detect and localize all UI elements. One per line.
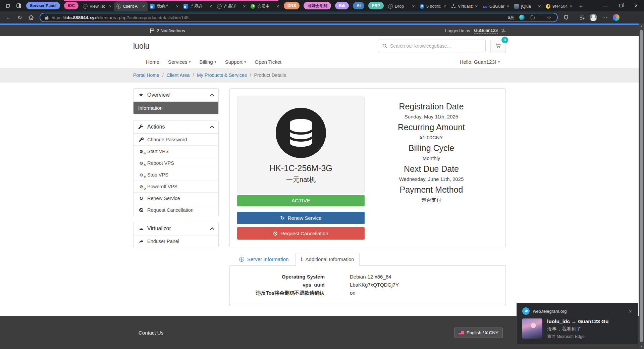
extensions-puzzle-icon[interactable] [561,13,571,22]
web-notification-toast[interactable]: web.telegram.org ✕ luolu_idc → Guan123 G… [517,303,638,345]
nav-open-ticket[interactable]: Open Ticket [255,59,281,65]
tab-close-icon[interactable]: ✕ [276,4,279,9]
tab-server-information[interactable]: Server Information [234,253,293,266]
refresh-icon[interactable]: ↻ [15,13,25,22]
tab-close-icon[interactable]: ✕ [506,4,509,9]
address-bar[interactable]: https://idc.888644.xyz/clientarea.php?ac… [40,13,558,22]
tab-actions-icon[interactable] [4,2,12,9]
breadcrumb-client-area[interactable]: Client Area [167,72,190,78]
scroll-up-arrow[interactable]: ▲ [639,23,644,29]
browser-tab[interactable]: Drop ✕ [386,1,417,11]
browser-tab[interactable]: 9f44504 ✕ [543,1,575,11]
notifications-link[interactable]: 2 Notifications [150,28,185,33]
copilot-icon[interactable] [611,13,621,22]
browser-tab[interactable]: 产品详 ✕ [215,1,248,11]
tab-additional-information[interactable]: i Additional Information [296,253,359,266]
request-cancellation-button[interactable]: Request Cancellation [237,227,365,240]
close-icon[interactable]: ✕ [629,309,632,314]
sidebar-item-request-cancellation[interactable]: Request Cancellation [133,204,218,216]
browser-tab[interactable]: Virtualiz ✕ [449,1,480,11]
logged-in-label: Logged in as: [445,28,471,33]
more-menu-icon[interactable]: ⋯ [600,13,610,22]
scrollbar-thumb[interactable] [640,30,643,342]
close-button[interactable]: ✕ [629,0,644,11]
browser-tab[interactable]: 会员中 ✕ [248,1,282,11]
tab-close-icon[interactable]: ✕ [538,4,541,9]
tab-close-icon[interactable]: ✕ [443,4,446,9]
tab-close-icon[interactable]: ✕ [570,4,573,9]
site-header: luolu 0 [0,36,639,56]
home-icon[interactable] [26,13,36,22]
browser-tab-active[interactable]: Client A ✕ [114,1,148,11]
gears-icon: ⚙ [138,149,144,154]
restore-button[interactable] [613,0,629,11]
tab-close-icon[interactable]: ✕ [475,4,478,9]
tab-group-pill-frp[interactable]: FRP [368,2,384,9]
sidebar-item-change-password[interactable]: Change Password [133,134,218,145]
sidebar-item-enduser-panel[interactable]: Enduser Panel [133,235,218,247]
tab-close-icon[interactable]: ✕ [243,4,246,9]
contact-us-link[interactable]: Contact Us [139,330,163,336]
tab-close-icon[interactable]: ✕ [176,4,179,9]
new-tab-button[interactable]: + [576,2,586,11]
scroll-down-arrow[interactable]: ▼ [639,344,644,349]
tab-close-icon[interactable]: ✕ [209,4,212,9]
toast-title: luolu_idc → Guan123 Gu [547,318,608,325]
renew-service-button[interactable]: ↻ Renew Service [237,212,365,224]
forward-arrow-icon [138,239,144,244]
favorite-star-icon[interactable]: ☆ [545,14,553,21]
breadcrumb-products[interactable]: My Products & Services [197,72,247,78]
sidebar-item-reboot-vps[interactable]: ⚙ Reboot VPS [133,157,218,169]
profile-avatar[interactable] [588,13,598,22]
browser-tab[interactable]: 5 5 notific ✕ [417,1,449,11]
brand-logo[interactable]: luolu [133,42,150,51]
workspaces-icon[interactable] [15,2,22,9]
sidebar-item-poweroff-vps[interactable]: ⚙ Poweroff VPS [133,181,218,192]
account-menu[interactable]: Hello, Guan123!▾ [460,59,506,65]
browser-tab[interactable]: 产品详 ✕ [181,1,215,11]
tab-group-pill-idc[interactable]: IDC [64,2,78,9]
language-currency-button[interactable]: English / ¥ CNY [454,328,503,338]
reading-mode-icon[interactable] [529,15,537,20]
browser-tab[interactable]: [Qiua ✕ [512,1,543,11]
minimize-button[interactable]: — [598,0,613,11]
nav-support[interactable]: Support▾ [225,59,246,65]
switch-account-icon[interactable] [500,29,506,33]
tab-group-pill-server-panel[interactable]: Servser Panel [26,2,60,9]
cart-button[interactable]: 0 [490,39,506,53]
sidebar-item-start-vps[interactable]: ⚙ Start VPS [133,145,218,157]
sidebar-item-stop-vps[interactable]: ⚙ Stop VPS [133,169,218,181]
divider [541,14,541,20]
logged-in-username[interactable]: GuGuan123 [474,28,498,34]
edge-rewards-icon[interactable] [518,15,526,20]
sidebar-item-information[interactable]: Information [133,102,218,114]
product-box: HK-1C-256M-3G 一元nat机 [237,96,365,194]
nav-services[interactable]: Services▾ [168,59,191,65]
favorites-hub-icon[interactable] [577,13,587,22]
knowledgebase-search[interactable] [378,40,486,52]
lock-icon[interactable] [44,15,49,20]
virtualizor-panel-header[interactable]: ☁ Virtualizor [133,222,218,235]
back-icon[interactable]: ← [3,13,13,22]
tab-group-pill-maybe-useful[interactable]: 可能会用到 [304,2,331,9]
breadcrumb-portal-home[interactable]: Portal Home [133,72,159,78]
nav-billing[interactable]: Billing▾ [200,59,216,65]
browser-tab[interactable]: DS GuGuan ✕ [480,1,512,11]
sidebar-item-renew-service[interactable]: ↻ Renew Service [133,192,218,204]
breadcrumb-current: Product Details [254,72,286,78]
browser-tab[interactable]: View Tic ✕ [80,1,114,11]
translate-icon[interactable]: aあ [507,14,515,20]
search-input[interactable] [390,43,481,49]
browser-tab[interactable]: 我的产 ✕ [148,1,181,11]
page-scrollbar[interactable]: ▲ ▼ [639,23,644,349]
tab-close-icon[interactable]: ✕ [412,4,415,9]
tab-close-icon[interactable]: ✕ [109,4,112,9]
tab-group-pill-dns[interactable]: DNS [284,2,300,9]
tab-group-pill-bili[interactable]: Bili [335,2,349,9]
actions-panel-header[interactable]: Actions [133,120,218,134]
overview-panel-header[interactable]: ★ Overview [133,89,218,102]
nav-home[interactable]: Home [146,59,159,65]
tab-group-pill-ai[interactable]: AI [353,2,364,9]
tab-close-icon[interactable]: ✕ [142,4,145,9]
url-text[interactable]: https://idc.888644.xyz/clientarea.php?ac… [52,15,504,20]
